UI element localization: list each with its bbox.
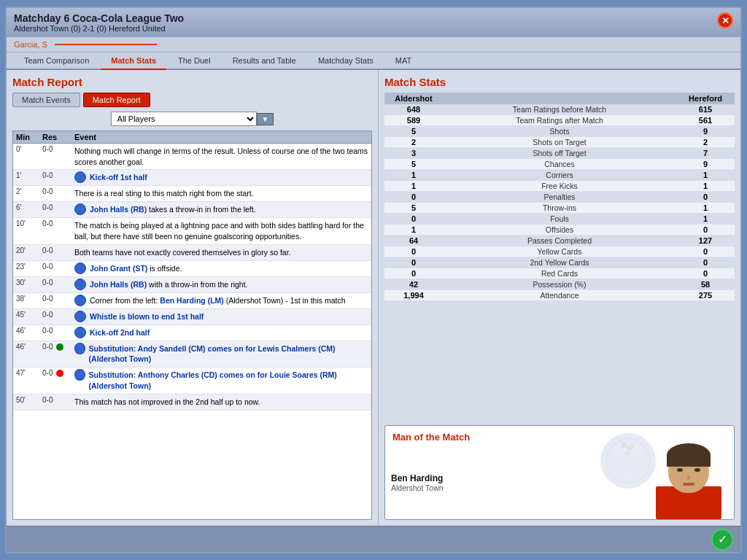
hereford-val: 0 [676, 257, 735, 268]
col-event: Event [74, 133, 368, 141]
tab-results-table[interactable]: Results and Table [222, 52, 306, 70]
event-min: 50' [16, 396, 42, 404]
event-desc: Substitution: Andy Sandell (CM) comes on… [89, 343, 368, 365]
right-panel: Match Stats Aldershot Hereford 648 Team … [379, 70, 740, 526]
events-body[interactable]: 0' 0-0 Nothing much will change in terms… [13, 144, 371, 516]
event-desc: Whistle is blown to end 1st half [90, 311, 204, 323]
stat-name: Shots off Target [443, 148, 676, 159]
event-desc: Both teams have not exactly covered them… [74, 246, 368, 259]
event-min: 23' [16, 262, 42, 271]
col-min: Min [16, 133, 42, 141]
stats-table: Aldershot Hereford 648 Team Ratings befo… [384, 93, 735, 301]
event-cell: John Halls (RB) with a throw-in from the… [74, 279, 368, 291]
event-res: 0-0 [42, 396, 74, 404]
stats-row: 0 2nd Yellow Cards 0 [384, 257, 735, 268]
hereford-val: 9 [676, 126, 735, 137]
sub-tabs: Match Events Match Report [12, 93, 372, 107]
stats-row: 0 Fouls 1 [384, 214, 735, 225]
window-title: Matchday 6 Coca-Cola League Two [14, 12, 184, 24]
close-button[interactable]: ✕ [717, 12, 733, 28]
hereford-val: 0 [676, 192, 735, 203]
aldershot-val: 0 [384, 214, 443, 225]
stat-name: Team Ratings after Match [443, 115, 676, 126]
event-row: 46' 0-0 Kick-off 2nd half [13, 325, 371, 341]
event-res: 0-0 [42, 145, 74, 153]
stat-name: Yellow Cards [443, 246, 676, 257]
aldershot-val: 64 [384, 236, 443, 246]
event-row: 1' 0-0 Kick-off 1st half [13, 170, 371, 186]
event-res: 0-0 [42, 219, 74, 228]
tab-the-duel[interactable]: The Duel [168, 52, 221, 70]
event-icon [74, 171, 86, 183]
tab-team-comparison[interactable]: Team Comparison [14, 52, 99, 70]
event-res: 0-0 [42, 246, 74, 254]
stat-name: Team Ratings before Match [443, 104, 676, 115]
stats-row: 42 Possession (%) 58 [384, 279, 735, 290]
tabs-bar: Team Comparison Match Stats The Duel Res… [7, 52, 740, 70]
tab-mat[interactable]: MAT [385, 52, 422, 70]
tab-match-stats[interactable]: Match Stats [101, 52, 166, 70]
stat-name: Free Kicks [443, 181, 676, 192]
event-min: 45' [16, 311, 42, 319]
sub-tab-match-events[interactable]: Match Events [12, 93, 80, 107]
stat-name: Shots [443, 126, 676, 137]
search-label: Garcia, S [14, 40, 47, 49]
event-desc: Corner from the left: Ben Harding (LM) (… [90, 295, 346, 307]
hereford-val: 1 [676, 203, 735, 214]
stat-name: Fouls [443, 214, 676, 225]
hereford-val: 0 [676, 268, 735, 279]
col-stat [443, 93, 676, 104]
svg-text:TOWN FC: TOWN FC [614, 469, 641, 475]
event-desc: There is a real sting to this match righ… [74, 187, 368, 200]
col-res: Res [42, 133, 74, 141]
event-row: 10' 0-0 The match is being played at a l… [13, 218, 371, 244]
event-min: 0' [16, 145, 42, 153]
event-desc: Kick-off 1st half [90, 171, 147, 184]
event-res: 0-0 [42, 327, 74, 335]
motm-section: Man of the Match ALDERSHOT TOWN FC 🦅 Ben… [384, 425, 735, 520]
motm-title: Man of the Match [392, 432, 470, 443]
hereford-val: 58 [676, 279, 735, 290]
hereford-val: 127 [676, 236, 735, 246]
stats-row: 1,994 Attendance 275 [384, 290, 735, 301]
stats-row: 64 Passes Completed 127 [384, 236, 735, 246]
event-min: 10' [16, 219, 42, 228]
hereford-val: 275 [676, 290, 735, 301]
event-min: 2' [16, 187, 42, 195]
event-min: 38' [16, 295, 42, 303]
event-cell: Kick-off 1st half [74, 171, 368, 184]
stat-name: Passes Completed [443, 236, 676, 246]
event-icon [74, 295, 86, 306]
ok-button[interactable]: ✓ [711, 529, 733, 551]
aldershot-val: 5 [384, 126, 443, 137]
aldershot-val: 0 [384, 246, 443, 257]
event-min: 30' [16, 279, 42, 287]
event-min: 46' [16, 343, 42, 351]
event-row: 0' 0-0 Nothing much will change in terms… [13, 144, 371, 170]
event-row: 47' 0-0 Substitution: Anthony Charles (C… [13, 368, 371, 394]
hereford-val: 9 [676, 159, 735, 170]
club-badge: ALDERSHOT TOWN FC 🦅 [599, 432, 657, 490]
stats-row: 2 Shots on Target 2 [384, 137, 735, 148]
event-cell: Whistle is blown to end 1st half [74, 311, 368, 323]
event-res: 0-0 [42, 295, 74, 303]
event-cell: Substitution: Anthony Charles (CD) comes… [74, 369, 368, 392]
stats-row: 0 Red Cards 0 [384, 268, 735, 279]
sub-tab-match-report[interactable]: Match Report [83, 93, 150, 107]
motm-info: Ben Harding Aldershot Town [391, 473, 444, 492]
event-cell: Corner from the left: Ben Harding (LM) (… [74, 295, 368, 307]
aldershot-val: 0 [384, 257, 443, 268]
aldershot-val: 589 [384, 115, 443, 126]
stats-row: 5 Chances 9 [384, 159, 735, 170]
event-row: 30' 0-0 John Halls (RB) with a throw-in … [13, 277, 371, 293]
tab-matchday-stats[interactable]: Matchday Stats [308, 52, 384, 70]
stats-row: 5 Shots 9 [384, 126, 735, 137]
aldershot-val: 5 [384, 159, 443, 170]
event-icon [74, 369, 85, 381]
filter-arrow[interactable]: ▼ [257, 113, 274, 125]
event-res: 0-0 [42, 279, 74, 287]
events-header: Min Res Event [13, 131, 371, 144]
player-filter-select[interactable]: All Players Aldershot Town Hereford Unit… [111, 112, 257, 126]
bottom-bar: ✓ [7, 526, 740, 552]
event-min: 1' [16, 171, 42, 179]
